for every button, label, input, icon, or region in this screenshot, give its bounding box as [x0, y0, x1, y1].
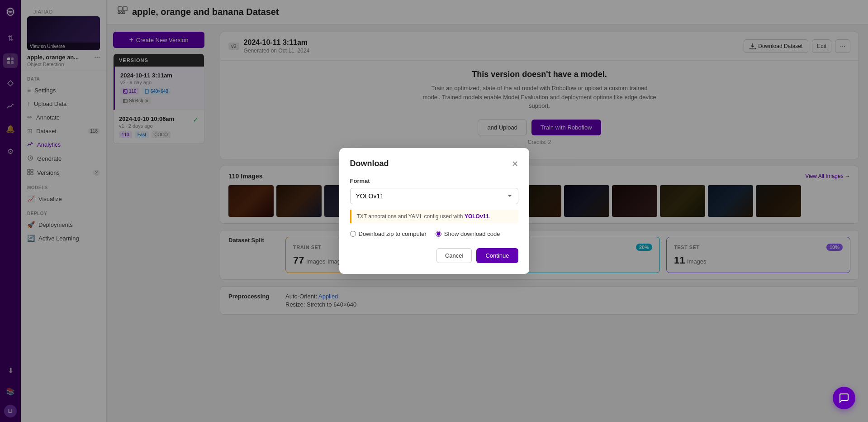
modal-header: Download ✕: [350, 159, 518, 168]
radio-group: Download zip to computer Show download c…: [350, 230, 518, 237]
radio-zip-input[interactable]: [350, 231, 356, 237]
modal-footer: Cancel Continue: [350, 248, 518, 263]
modal-title: Download: [350, 159, 389, 168]
format-select[interactable]: YOLOv11 YOLOv8 YOLOv5 COCO JSON Pascal V…: [350, 188, 518, 204]
hint-link[interactable]: YOLOv11: [465, 213, 489, 220]
radio-zip[interactable]: Download zip to computer: [350, 230, 427, 237]
radio-code[interactable]: Show download code: [436, 230, 500, 237]
radio-code-input[interactable]: [436, 231, 441, 237]
download-modal: Download ✕ Format YOLOv11 YOLOv8 YOLOv5 …: [339, 148, 529, 274]
modal-overlay[interactable]: Download ✕ Format YOLOv11 YOLOv8 YOLOv5 …: [0, 0, 868, 422]
modal-close-button[interactable]: ✕: [512, 160, 518, 168]
chat-icon: [839, 393, 849, 403]
cancel-button[interactable]: Cancel: [436, 248, 472, 263]
chat-bubble-button[interactable]: [833, 387, 855, 409]
format-label: Format: [350, 177, 518, 184]
continue-button[interactable]: Continue: [476, 248, 518, 263]
format-hint: TXT annotations and YAML config used wit…: [350, 210, 518, 223]
